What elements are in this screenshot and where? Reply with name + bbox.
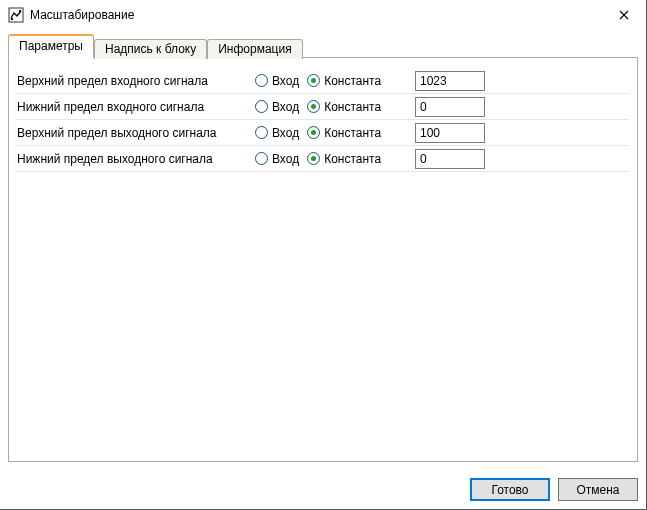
- radio-label: Вход: [272, 100, 299, 114]
- tab-parameters[interactable]: Параметры: [8, 34, 94, 58]
- radio-group: Вход Константа: [255, 100, 415, 114]
- value-input[interactable]: [415, 149, 485, 169]
- radio-icon: [255, 126, 268, 139]
- radio-label: Вход: [272, 152, 299, 166]
- param-row-input-lower: Нижний предел входного сигнала Вход Конс…: [17, 94, 629, 120]
- radio-icon: [255, 100, 268, 113]
- radio-input[interactable]: Вход: [255, 100, 299, 114]
- value-input[interactable]: [415, 123, 485, 143]
- tab-label: Параметры: [19, 39, 83, 53]
- radio-group: Вход Константа: [255, 152, 415, 166]
- param-row-input-upper: Верхний предел входного сигнала Вход Кон…: [17, 68, 629, 94]
- close-icon: [619, 10, 629, 20]
- radio-label: Константа: [324, 126, 381, 140]
- close-button[interactable]: [601, 0, 646, 30]
- param-label: Верхний предел выходного сигнала: [17, 126, 255, 140]
- titlebar: Масштабирование: [0, 0, 646, 30]
- param-label: Верхний предел входного сигнала: [17, 74, 255, 88]
- dialog-window: Масштабирование Параметры Надпись к блок…: [0, 0, 647, 510]
- radio-group: Вход Константа: [255, 126, 415, 140]
- value-input[interactable]: [415, 71, 485, 91]
- radio-icon: [255, 74, 268, 87]
- radio-input[interactable]: Вход: [255, 152, 299, 166]
- radio-label: Константа: [324, 100, 381, 114]
- radio-icon: [307, 152, 320, 165]
- radio-constant[interactable]: Константа: [307, 126, 381, 140]
- radio-constant[interactable]: Константа: [307, 74, 381, 88]
- tab-panel: Верхний предел входного сигнала Вход Кон…: [8, 57, 638, 462]
- param-row-output-lower: Нижний предел выходного сигнала Вход Кон…: [17, 146, 629, 172]
- radio-constant[interactable]: Константа: [307, 100, 381, 114]
- radio-input[interactable]: Вход: [255, 126, 299, 140]
- radio-label: Константа: [324, 74, 381, 88]
- tab-row: Параметры Надпись к блоку Информация: [8, 34, 638, 57]
- tab-label: Информация: [218, 42, 291, 56]
- radio-input[interactable]: Вход: [255, 74, 299, 88]
- tab-block-label[interactable]: Надпись к блоку: [94, 39, 207, 59]
- radio-label: Вход: [272, 74, 299, 88]
- tab-information[interactable]: Информация: [207, 39, 302, 59]
- radio-icon: [307, 74, 320, 87]
- radio-label: Константа: [324, 152, 381, 166]
- button-label: Отмена: [576, 483, 619, 497]
- value-input[interactable]: [415, 97, 485, 117]
- param-label: Нижний предел выходного сигнала: [17, 152, 255, 166]
- content-frame: Параметры Надпись к блоку Информация Вер…: [8, 34, 638, 462]
- button-label: Готово: [491, 483, 528, 497]
- ok-button[interactable]: Готово: [470, 478, 550, 501]
- param-row-output-upper: Верхний предел выходного сигнала Вход Ко…: [17, 120, 629, 146]
- radio-icon: [307, 126, 320, 139]
- window-title: Масштабирование: [30, 8, 601, 22]
- radio-constant[interactable]: Константа: [307, 152, 381, 166]
- radio-group: Вход Константа: [255, 74, 415, 88]
- radio-icon: [255, 152, 268, 165]
- svg-rect-2: [19, 10, 21, 12]
- button-row: Готово Отмена: [0, 470, 646, 509]
- radio-icon: [307, 100, 320, 113]
- app-icon: [8, 7, 24, 23]
- radio-label: Вход: [272, 126, 299, 140]
- svg-rect-1: [11, 18, 13, 20]
- cancel-button[interactable]: Отмена: [558, 478, 638, 501]
- param-label: Нижний предел входного сигнала: [17, 100, 255, 114]
- tab-label: Надпись к блоку: [105, 42, 196, 56]
